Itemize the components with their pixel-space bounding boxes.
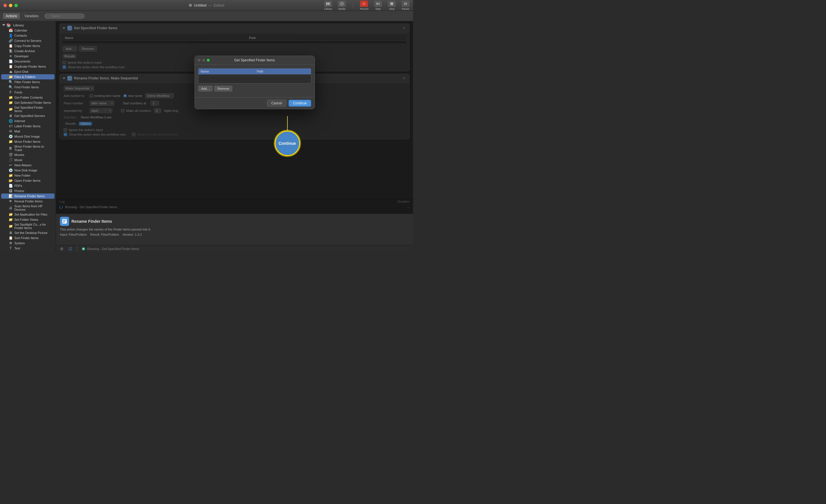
connector-svg [279,116,296,130]
info-title: Rename Finder Items [71,219,112,224]
sidebar-item-eject-disk[interactable]: ⏏ Eject Disk [1,69,55,74]
maximize-button[interactable] [14,4,18,7]
sidebar-item-sort-finder[interactable]: 📋 Sort Finder Items [1,235,55,241]
sidebar-item-get-servers[interactable]: 🖥 Get Specified Servers [1,113,55,118]
modal-remove-btn[interactable]: Remove [214,86,232,91]
toolbar-right: Library Media Record Step Stop [324,1,410,10]
search-input[interactable] [45,13,84,19]
sidebar-item-system[interactable]: ⚙ System [1,241,55,246]
modal-dialog: Get Specified Finder Items Name Path [194,56,315,109]
sidebar-item-get-selected[interactable]: 📁 Get Selected Finder Items [1,100,55,105]
stop-toolbar-btn[interactable]: Stop [388,1,396,10]
sidebar-item-developer[interactable]: ✕ Developer [1,54,55,59]
reveal-icon: 👁 [9,199,13,203]
sidebar-item-set-desktop[interactable]: 🖥 Set the Desktop Picture [1,230,55,235]
sidebar-item-mount-disk[interactable]: 💿 Mount Disk Image [1,134,55,139]
sidebar-item-files-folders[interactable]: 📁 Files & Folders [1,74,55,79]
get-folder-icon: 📁 [9,96,13,100]
library-label: Library [13,23,24,27]
files-icon: 📁 [9,75,13,79]
modal-table: Name Path [198,68,311,83]
sidebar-item-mail[interactable]: ✉ Mail [1,129,55,134]
modal-cancel-btn[interactable]: Cancel [267,100,286,107]
sidebar-item-documents[interactable]: 📄 Documents [1,59,55,64]
sidebar-item-create-archive[interactable]: 🗜 Create Archive [1,49,55,54]
continue-highlight-container: Continue [275,130,300,156]
sidebar-item-internet[interactable]: 🌐 Internet [1,118,55,124]
text-icon: T [9,246,13,250]
get-specified-icon: 📁 [9,107,13,111]
svg-rect-10 [406,3,407,5]
utilities-icon: ✕ [9,251,13,252]
svg-marker-4 [341,3,343,5]
sidebar-item-contacts[interactable]: 👤 Contacts [1,33,55,38]
open-icon: 📂 [9,179,13,183]
sidebar-item-scan-items[interactable]: 🖨 Scan Items from HP Devices [1,204,55,212]
status-icon [81,247,85,251]
sidebar-item-move-finder[interactable]: 📁 Move Finder Items [1,139,55,144]
pause-toolbar-btn[interactable]: Pause [402,1,410,10]
status-running: Running - Get Specified Finder Items [81,247,139,251]
sidebar-item-music[interactable]: 🎵 Music [1,158,55,163]
info-panel-header: Rename Finder Items [60,217,409,226]
close-button[interactable] [3,4,7,7]
sidebar-item-photos[interactable]: 🖼 Photos [1,188,55,193]
sidebar-item-copy-finder[interactable]: 📋 Copy Finder Items [1,43,55,49]
gear-status-btn[interactable]: ⚙ [59,246,64,252]
modal-maximize-btn[interactable] [207,59,210,62]
sidebar-item-get-folder[interactable]: 📁 Get Folder Contents [1,95,55,100]
step-toolbar-btn[interactable]: Step [374,1,382,10]
copy-icon: 📋 [9,44,13,48]
find-icon: 🔍 [9,85,13,89]
sidebar-item-new-folder[interactable]: 📁 New Folder [1,173,55,178]
version-value: 1.3.2 [135,233,142,236]
modal-minimize-btn[interactable] [202,59,205,62]
media-toolbar-btn[interactable]: Media [338,1,346,10]
sidebar-item-set-application[interactable]: 📁 Set Application for Files [1,212,55,217]
modal-continue-btn[interactable]: Continue [289,100,311,107]
sidebar-item-duplicate-finder[interactable]: 📋 Duplicate Finder Items [1,64,55,69]
sidebar-item-pdfs[interactable]: 📄 PDFs [1,183,55,188]
modal-footer: Cancel Continue [195,97,315,109]
record-toolbar-btn[interactable]: Record [360,1,368,10]
sort-icon: 📋 [9,236,13,240]
sidebar-item-movies[interactable]: 🎬 Movies [1,152,55,158]
library-toolbar-btn[interactable]: Library [324,1,332,10]
info-description: This action changes the names of the Fin… [60,228,409,231]
search-wrapper [43,13,84,19]
sidebar-item-set-spotlight[interactable]: 📁 Set Spotlight Co...s for Finder Items [1,222,55,230]
sidebar-item-find-finder[interactable]: 🔍 Find Finder Items [1,84,55,90]
modal-close-btn[interactable] [197,59,200,62]
sidebar-item-new-disk[interactable]: 💿 New Disk Image [1,168,55,173]
library-group-header[interactable]: 📚 Library [0,22,56,28]
media-icon [338,1,346,7]
sidebar-item-get-specified[interactable]: 📁 Get Specified Finder Items [1,105,55,113]
get-selected-icon: 📁 [9,101,13,105]
svg-rect-0 [326,2,328,5]
svg-marker-6 [376,2,378,5]
sidebar-item-reveal-finder[interactable]: 👁 Reveal Finder Items [1,199,55,204]
modal-add-btn[interactable]: Add... [198,86,213,91]
sidebar-item-filter-finder[interactable]: 🔍 Filter Finder Items [1,79,55,84]
sidebar-item-connect-servers[interactable]: 🔗 Connect to Servers [1,38,55,43]
actions-tab[interactable]: Actions [3,13,20,19]
modal-cell-name [198,74,255,76]
sidebar-item-utilities[interactable]: ✕ Utilities [1,251,55,252]
sidebar-item-open-finder[interactable]: 📂 Open Finder Items [1,178,55,183]
contacts-icon: 👤 [9,34,13,38]
sidebar-item-rename-finder[interactable]: 📝 Rename Finder Items [1,193,55,199]
sidebar-item-text[interactable]: T Text [1,246,55,251]
sidebar-item-label-finder[interactable]: 🏷 Label Finder Items [1,124,55,129]
continue-circle-btn[interactable]: Continue [275,130,300,156]
sidebar-item-set-folder[interactable]: 📁 Set Folder Views [1,217,55,222]
connect-icon: 🔗 [9,39,13,43]
sidebar-item-fonts[interactable]: F Fonts [1,90,55,95]
eject-icon: ⏏ [9,70,13,74]
sidebar-item-move-trash[interactable]: 🗑 Move Finder Items to Trash [1,144,55,152]
modal-traffic-lights [197,59,210,62]
checkbox-status-btn[interactable]: ☑ [67,246,73,252]
variables-tab[interactable]: Variables [21,13,41,19]
sidebar-item-new-aliases[interactable]: ↩ New Aliases [1,163,55,168]
minimize-button[interactable] [9,4,12,7]
sidebar-item-calendar[interactable]: 📅 Calendar [1,28,55,33]
